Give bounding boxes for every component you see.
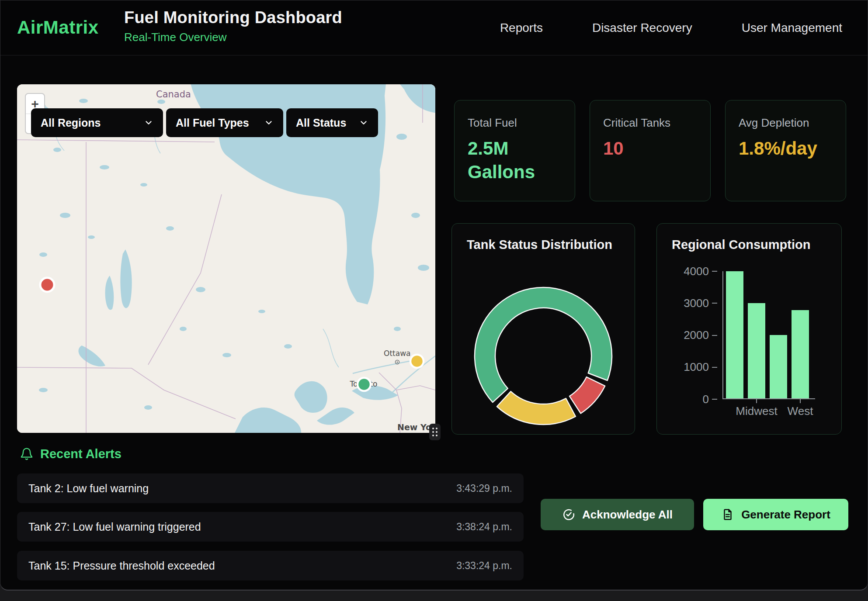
map-filters: All Regions All Fuel Types All Status: [31, 108, 378, 137]
y-tick-label: 2000: [684, 328, 709, 342]
bell-icon: [20, 447, 34, 461]
circle-check-icon: [562, 508, 575, 521]
tank-marker-warning[interactable]: [410, 355, 424, 368]
map-label-ottawa: Ottawa: [384, 349, 410, 358]
regional-consumption-card: Regional Consumption 01000200030004000 M…: [656, 223, 842, 435]
tank-status-donut-chart: [473, 286, 614, 426]
alert-row: Tank 27: Low fuel warning triggered 3:38…: [17, 512, 524, 542]
kpi-card-avg-depletion: Avg Depletion 1.8%/​day: [725, 100, 846, 201]
generate-report-label: Generate Report: [741, 508, 830, 522]
generate-report-button[interactable]: Generate Report: [703, 499, 848, 530]
kpi-label: Total Fuel: [468, 116, 562, 130]
brand-logo: AirMatrix: [17, 17, 99, 38]
bar-2: [770, 335, 787, 399]
x-tick-label-west: West: [788, 404, 813, 418]
fuel-type-filter-value: All Fuel Types: [176, 117, 249, 129]
page-subtitle: Real-Time Overview: [124, 31, 342, 44]
alert-message: Tank 27: Low fuel warning triggered: [28, 521, 201, 533]
kpi-label: Avg Depletion: [739, 116, 833, 130]
nav-reports[interactable]: Reports: [500, 21, 543, 35]
nav-disaster-recovery[interactable]: Disaster Recovery: [592, 21, 692, 35]
acknowledge-all-label: Acknowledge All: [582, 508, 673, 522]
region-filter-dropdown[interactable]: All Regions: [31, 108, 163, 137]
kpi-value: 2.5M Gallons: [468, 137, 562, 184]
donut-segment-red-critical: [569, 377, 605, 413]
status-filter-value: All Status: [296, 117, 346, 129]
status-filter-dropdown[interactable]: All Status: [286, 108, 378, 137]
chevron-down-icon: [359, 118, 368, 128]
donut-segment-yellow-warning: [497, 391, 576, 425]
chevron-down-icon: [264, 118, 274, 128]
bar-0: [726, 271, 743, 398]
fuel-monitoring-dashboard: AirMatrix Fuel Monitoring Dashboard Real…: [0, 0, 868, 601]
tank-marker-normal[interactable]: [358, 378, 371, 391]
region-filter-value: All Regions: [41, 117, 101, 129]
ottawa-city-dot-center: [397, 362, 398, 363]
map-resize-handle[interactable]: [429, 424, 441, 440]
bar-3: [792, 310, 809, 398]
kpi-label: Critical Tanks: [603, 116, 697, 130]
tank-marker-critical[interactable]: [40, 278, 54, 292]
main-nav: Reports Disaster Recovery User Managemen…: [500, 0, 842, 55]
tank-status-distribution-card: Tank Status Distribution: [451, 223, 635, 435]
page-title: Fuel Monitoring Dashboard: [124, 8, 342, 27]
y-tick-label: 3000: [684, 297, 709, 310]
kpi-value: 1.8%/​day: [739, 137, 833, 160]
recent-alerts-header: Recent Alerts: [20, 447, 122, 461]
nav-user-management[interactable]: User Management: [742, 21, 842, 35]
y-tick-label: 4000: [684, 265, 709, 278]
y-tick-label: 1000: [684, 360, 709, 374]
alert-time: 3:38:24 p.m.: [456, 521, 512, 533]
acknowledge-all-button[interactable]: Acknowledge All: [541, 499, 694, 530]
regional-consumption-bar-chart: [722, 271, 815, 399]
alert-time: 3:33:24 p.m.: [456, 560, 512, 572]
chevron-down-icon: [144, 118, 153, 128]
document-icon: [721, 508, 734, 521]
alert-time: 3:43:29 p.m.: [456, 483, 512, 494]
fuel-type-filter-dropdown[interactable]: All Fuel Types: [166, 108, 283, 137]
x-tick-label-midwest: Midwest: [736, 404, 777, 418]
alert-message: Tank 2: Low fuel warning: [28, 482, 149, 495]
alert-message: Tank 15: Pressure threshold exceeded: [28, 560, 215, 572]
kpi-value: 10: [603, 137, 697, 160]
map-label-canada: Canada: [156, 89, 191, 100]
recent-alerts-title: Recent Alerts: [40, 447, 122, 461]
chart-title: Tank Status Distribution: [467, 238, 612, 252]
alert-row: Tank 2: Low fuel warning 3:43:29 p.m.: [17, 473, 524, 503]
title-block: Fuel Monitoring Dashboard Real-Time Over…: [124, 8, 342, 44]
chart-title: Regional Consumption: [672, 238, 810, 252]
y-tick-label: 0: [703, 393, 709, 406]
header: AirMatrix Fuel Monitoring Dashboard Real…: [0, 0, 868, 55]
bar-1: [748, 303, 765, 398]
alert-row: Tank 15: Pressure threshold exceeded 3:3…: [17, 551, 524, 580]
kpi-card-total-fuel: Total Fuel 2.5M Gallons: [454, 100, 575, 201]
app-window: AirMatrix Fuel Monitoring Dashboard Real…: [0, 0, 868, 591]
kpi-card-critical-tanks: Critical Tanks 10: [590, 100, 711, 201]
bar-chart-y-axis: 01000200030004000: [657, 271, 717, 399]
